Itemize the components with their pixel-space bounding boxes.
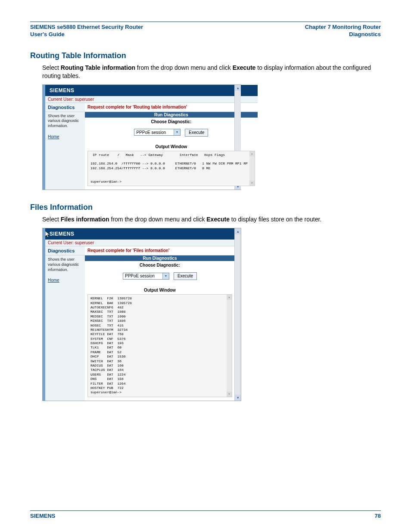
- chevron-down-icon[interactable]: ▾: [162, 273, 169, 279]
- diagnostic-select[interactable]: PPPoE session ▾: [123, 273, 169, 280]
- header-left-line2: User's Guide: [30, 31, 65, 37]
- output-window-label: Output Window: [85, 143, 258, 151]
- screenshot-files-info: ▴ ▾ SIEMENS Current User: superuser Diag…: [42, 228, 241, 401]
- footer-brand: SIEMENS: [30, 513, 56, 519]
- scrollbar[interactable]: ▴ ▾: [234, 228, 241, 401]
- current-user-label: Current User: superuser: [45, 240, 235, 246]
- choose-diagnostic-label: Choose Diagnostic:: [85, 261, 235, 272]
- home-link[interactable]: Home: [48, 134, 82, 140]
- output-window-label: Output Window: [85, 286, 235, 294]
- header-right-line2: Diagnostics: [349, 31, 381, 37]
- header-left-line1: SIEMENS se5880 Ethernet Security Router: [30, 24, 143, 30]
- output-text: IP route / Mask --> Gateway Interface Ho…: [90, 153, 248, 184]
- current-user-label: Current User: superuser: [45, 96, 258, 103]
- scroll-up-icon[interactable]: ▴: [235, 85, 241, 91]
- run-diagnostics-bar: Run Diagnostics: [85, 255, 235, 261]
- screenshot-routing-table: ▴ ▾ SIEMENS Current User: superuser Diag…: [42, 84, 241, 190]
- section1-heading: Routing Table Information: [30, 51, 381, 60]
- select-value: PPPoE session: [136, 130, 166, 135]
- page-header: SIEMENS se5880 Ethernet Security Router …: [30, 24, 381, 38]
- execute-button[interactable]: Execute: [185, 129, 208, 137]
- scroll-down-icon[interactable]: ▾: [235, 395, 241, 401]
- status-message: Request complete for 'Routing table info…: [85, 103, 258, 112]
- scroll-up-icon[interactable]: ▴: [235, 228, 241, 234]
- header-rule: [30, 22, 381, 22]
- section1-body: Select Routing Table information from th…: [42, 64, 381, 80]
- chevron-down-icon[interactable]: ▾: [174, 129, 180, 135]
- output-textarea[interactable]: KERNEL F2K 1395728 KERNEL BAK 1395728 AU…: [87, 294, 232, 397]
- output-scroll-down-icon[interactable]: ▾: [249, 180, 255, 186]
- footer-rule: [30, 510, 381, 511]
- section2-body: Select Files information from the drop d…: [42, 215, 381, 224]
- choose-diagnostic-label: Choose Diagnostic:: [85, 118, 258, 128]
- brand-banner: SIEMENS: [45, 228, 235, 240]
- diagnostic-select[interactable]: PPPoE session ▾: [134, 129, 181, 136]
- output-textarea[interactable]: IP route / Mask --> Gateway Interface Ho…: [87, 151, 255, 187]
- diagnostics-label: Diagnostics: [45, 246, 85, 255]
- output-scroll-down-icon[interactable]: ▾: [227, 392, 232, 397]
- home-link[interactable]: Home: [48, 277, 82, 283]
- sidebar-description: Shows the user various diagnostic inform…: [48, 114, 79, 128]
- diagnostics-label: Diagnostics: [45, 103, 85, 112]
- page-footer: SIEMENS 78: [30, 510, 381, 519]
- run-diagnostics-bar: Run Diagnostics: [85, 112, 258, 118]
- header-right-line1: Chapter 7 Monitoring Router: [305, 24, 381, 30]
- output-text: KERNEL F2K 1395728 KERNEL BAK 1395728 AU…: [90, 296, 132, 394]
- select-value: PPPoE session: [125, 274, 155, 278]
- page-number: 78: [375, 513, 381, 519]
- status-message: Request complete for 'Files information': [85, 246, 235, 255]
- execute-button[interactable]: Execute: [174, 272, 197, 280]
- output-scroll-up-icon[interactable]: ▴: [249, 151, 255, 156]
- output-scrollbar[interactable]: [227, 295, 232, 397]
- sidebar-description: Shows the user various diagnostic inform…: [48, 257, 79, 271]
- output-scroll-up-icon[interactable]: ▴: [227, 295, 232, 300]
- section2-heading: Files Information: [30, 203, 381, 212]
- brand-banner: SIEMENS: [45, 85, 258, 96]
